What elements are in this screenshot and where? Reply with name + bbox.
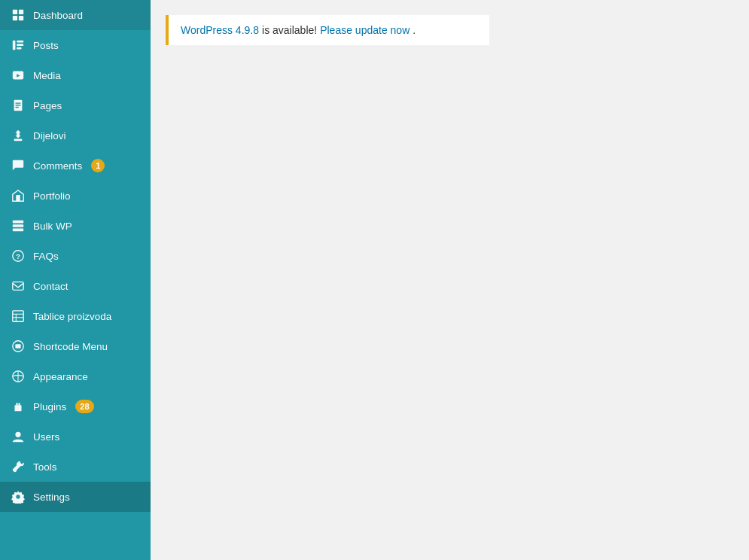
sidebar-item-label-dashboard: Dashboard [33, 10, 83, 21]
sidebar-item-label-plugins: Plugins [33, 401, 66, 412]
posts-icon [11, 38, 26, 53]
sidebar-item-settings[interactable]: Settings [0, 482, 151, 512]
svg-rect-5 [17, 41, 23, 43]
svg-rect-16 [13, 221, 23, 224]
svg-rect-7 [17, 47, 21, 50]
svg-rect-13 [15, 107, 19, 108]
sidebar-item-label-settings: Settings [33, 492, 70, 503]
sidebar-item-comments[interactable]: Comments1 [0, 151, 151, 181]
sidebar-item-faqs[interactable]: ?FAQs [0, 241, 151, 271]
badge-comments: 1 [91, 159, 105, 173]
svg-rect-21 [13, 282, 23, 291]
sidebar-item-contact[interactable]: Contact [0, 271, 151, 301]
svg-rect-15 [16, 195, 20, 201]
version-link[interactable]: WordPress 4.9.8 [181, 24, 259, 36]
sidebar-item-label-posts: Posts [33, 40, 59, 51]
sidebar-item-media[interactable]: Media [0, 60, 151, 90]
svg-rect-17 [13, 224, 23, 227]
faqs-icon: ? [11, 248, 26, 263]
sidebar-item-label-bulk-wp: Bulk WP [33, 221, 72, 232]
tablice-icon [11, 309, 26, 324]
sidebar-item-label-comments: Comments [33, 160, 82, 172]
svg-rect-22 [13, 311, 23, 321]
users-icon [11, 429, 26, 444]
svg-rect-6 [17, 44, 23, 46]
notice-middle-text: is available! [262, 24, 317, 36]
sidebar-item-label-tools: Tools [33, 461, 57, 473]
update-link[interactable]: Please update now [320, 24, 410, 36]
comments-icon [11, 158, 26, 173]
sidebar-item-label-contact: Contact [33, 281, 69, 292]
media-icon [11, 68, 26, 83]
sidebar-item-label-portfolio: Portfolio [33, 190, 71, 202]
shortcode-icon [11, 339, 26, 354]
svg-point-33 [16, 495, 20, 498]
sidebar-item-plugins[interactable]: Plugins28 [0, 391, 151, 422]
svg-point-31 [15, 432, 20, 437]
portfolio-icon [11, 188, 26, 203]
badge-plugins: 28 [75, 400, 93, 414]
svg-rect-29 [16, 403, 17, 406]
sidebar-item-shortcode-menu[interactable]: Shortcode Menu [0, 331, 151, 361]
settings-icon [11, 489, 26, 504]
sidebar-item-label-tablice-proizvoda: Tablice proizvoda [33, 311, 111, 322]
svg-rect-4 [13, 41, 16, 50]
svg-rect-30 [18, 403, 20, 406]
svg-rect-28 [15, 405, 22, 411]
sidebar-item-label-users: Users [33, 431, 59, 443]
svg-text:?: ? [16, 252, 20, 260]
sidebar-item-portfolio[interactable]: Portfolio [0, 181, 151, 211]
tools-icon [11, 459, 26, 474]
notice-end-text: . [413, 24, 416, 36]
plugins-icon [11, 399, 26, 414]
sidebar-item-appearance[interactable]: Appearance [0, 361, 151, 391]
dashboard-icon [11, 8, 26, 23]
sidebar-item-users[interactable]: Users [0, 422, 151, 452]
sidebar-item-tools[interactable]: Tools [0, 452, 151, 482]
svg-rect-14 [14, 139, 23, 142]
appearance-icon [11, 369, 26, 384]
update-notice: WordPress 4.9.8 is available! Please upd… [166, 15, 489, 45]
sidebar-item-tablice-proizvoda[interactable]: Tablice proizvoda [0, 301, 151, 331]
sidebar-item-label-pages: Pages [33, 100, 62, 111]
sidebar-item-label-dijelovi: Dijelovi [33, 130, 66, 142]
sidebar-item-label-appearance: Appearance [33, 371, 88, 382]
sidebar-item-pages[interactable]: Pages [0, 90, 151, 120]
sidebar-item-dijelovi[interactable]: Dijelovi [0, 120, 151, 151]
svg-rect-18 [13, 229, 23, 232]
svg-rect-2 [13, 16, 17, 20]
sidebar-item-label-shortcode-menu: Shortcode Menu [33, 341, 108, 352]
svg-rect-3 [19, 16, 23, 20]
svg-rect-1 [19, 10, 23, 14]
sidebar-item-bulk-wp[interactable]: Bulk WP [0, 211, 151, 241]
sidebar-item-label-faqs: FAQs [33, 251, 59, 262]
contact-icon [11, 278, 26, 294]
svg-rect-12 [15, 105, 20, 105]
sidebar-item-label-media: Media [33, 70, 61, 81]
main-content: WordPress 4.9.8 is available! Please upd… [151, 0, 749, 560]
svg-rect-27 [15, 344, 20, 348]
pages-icon [11, 98, 26, 113]
sidebar-item-dashboard[interactable]: Dashboard [0, 0, 151, 30]
dijelovi-icon [11, 128, 26, 143]
svg-rect-0 [13, 10, 17, 14]
svg-rect-11 [15, 102, 20, 103]
sidebar: DashboardPostsMediaPagesDijeloviComments… [0, 0, 151, 560]
bulk-wp-icon [11, 218, 26, 233]
sidebar-item-posts[interactable]: Posts [0, 30, 151, 60]
